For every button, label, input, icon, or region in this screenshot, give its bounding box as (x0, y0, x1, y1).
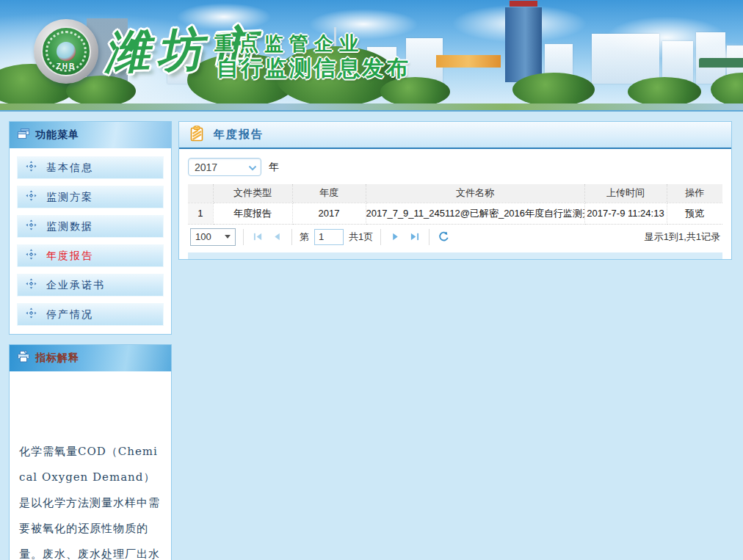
divider (243, 229, 244, 245)
table-header-row: 文件类型 年度 文件名称 上传时间 操作 (188, 184, 722, 203)
sidebar-item-production-halt[interactable]: 停产情况 (17, 303, 164, 326)
sidebar-item-label: 监测方案 (46, 191, 93, 204)
sidebar-item-label: 企业承诺书 (46, 279, 105, 292)
cell-rownum: 1 (188, 203, 213, 224)
function-menu-header: 功能菜单 (10, 122, 171, 148)
clipboard-icon (189, 126, 204, 145)
annual-report-header: 年度报告 (179, 122, 731, 149)
divider (429, 229, 430, 245)
banner-subtitle-2: 自行监测信息发布 (217, 54, 410, 84)
page-size-select[interactable]: 100 (190, 228, 236, 246)
page-prefix-label: 第 (300, 230, 309, 244)
compass-arrows-icon (26, 249, 37, 263)
report-table: 文件类型 年度 文件名称 上传时间 操作 1 年度报告 2017 2017_7_… (188, 184, 722, 225)
first-page-button[interactable] (251, 230, 265, 244)
cell-action: 预览 (667, 203, 722, 224)
sidebar-item-label: 基本信息 (46, 161, 93, 175)
logo-zhb-text: ZHB (43, 62, 90, 70)
cell-file-type: 年度报告 (213, 203, 292, 224)
indicator-header: 指标解释 (10, 345, 171, 371)
prev-page-button[interactable] (270, 230, 284, 244)
compass-arrows-icon (26, 219, 37, 233)
next-page-button[interactable] (388, 230, 402, 244)
total-pages-label: 共1页 (349, 230, 373, 244)
cell-file-name: 2017_7_9_11_245112@已解密_2016年度自行监测开展情况年 (366, 203, 584, 224)
col-header-year: 年度 (292, 184, 366, 203)
sidebar-item-label: 停产情况 (46, 308, 93, 321)
function-menu-title: 功能菜单 (35, 128, 79, 142)
caret-down-icon (225, 235, 231, 239)
epb-logo: ZHB (34, 19, 98, 84)
page-content: 功能菜单 基本信息 监测方案 监测数据 年度报告 (0, 112, 743, 560)
cell-year: 2017 (292, 203, 366, 224)
sidebar-item-label: 监测数据 (46, 220, 93, 233)
col-header-file-name: 文件名称 (366, 184, 584, 203)
year-select[interactable]: 2017 (188, 158, 261, 176)
chevron-down-icon (248, 161, 257, 173)
col-header-file-type: 文件类型 (213, 184, 292, 203)
records-summary: 显示1到1,共1记录 (645, 230, 720, 244)
windows-icon (18, 128, 29, 142)
sidebar-item-label: 年度报告 (46, 250, 93, 263)
table-row: 1 年度报告 2017 2017_7_9_11_245112@已解密_2016年… (188, 203, 722, 224)
col-header-upload-time: 上传时间 (584, 184, 667, 203)
sidebar-item-monitoring-data[interactable]: 监测数据 (17, 215, 164, 238)
refresh-button[interactable] (437, 230, 451, 244)
compass-arrows-icon (26, 308, 37, 321)
divider (380, 229, 381, 245)
compass-arrows-icon (26, 190, 37, 204)
annual-report-panel: 年度报告 2017 年 文件类型 (178, 121, 732, 260)
page-size-value: 100 (195, 231, 211, 242)
annual-report-body: 2017 年 文件类型 年度 文件名称 上传时 (179, 149, 731, 259)
header-banner: ZHB 潍坊市 重点监管企业 自行监测信息发布 (0, 0, 743, 112)
compass-arrows-icon (26, 278, 37, 292)
indicator-panel: 指标解释 化学需氧量COD（Chemical Oxygen Demand）是以化… (9, 344, 172, 560)
year-filter-row: 2017 年 (188, 158, 722, 176)
sidebar-item-basic-info[interactable]: 基本信息 (17, 156, 164, 179)
sidebar-item-monitoring-plan[interactable]: 监测方案 (17, 186, 164, 208)
indicator-title: 指标解释 (35, 352, 79, 365)
divider (291, 229, 292, 245)
function-menu-panel: 功能菜单 基本信息 监测方案 监测数据 年度报告 (9, 121, 172, 335)
col-header-action: 操作 (667, 184, 722, 203)
page-title: 年度报告 (214, 128, 264, 142)
sidebar-item-annual-report[interactable]: 年度报告 (17, 244, 164, 267)
globe-icon (57, 42, 76, 61)
panel-footer-strip (188, 252, 722, 259)
preview-link[interactable]: 预览 (685, 208, 704, 219)
cell-upload-time: 2017-7-9 11:24:13 (584, 203, 667, 224)
pagination-bar: 100 第 共1页 (188, 225, 722, 250)
menu-list: 基本信息 监测方案 监测数据 年度报告 企业承诺书 (10, 148, 171, 334)
indicator-body: 化学需氧量COD（Chemical Oxygen Demand）是以化学方法测量… (10, 371, 171, 560)
printer-icon (18, 351, 29, 366)
compass-arrows-icon (26, 161, 37, 175)
col-header-rownum (188, 184, 213, 203)
year-unit-label: 年 (269, 161, 279, 174)
last-page-button[interactable] (407, 230, 421, 244)
indicator-text: 化学需氧量COD（Chemical Oxygen Demand）是以化学方法测量… (19, 439, 162, 560)
banner-subtitle-1: 重点监管企业 (214, 31, 364, 57)
sidebar: 功能菜单 基本信息 监测方案 监测数据 年度报告 (9, 121, 172, 560)
year-select-value: 2017 (195, 161, 217, 173)
page-number-input[interactable] (314, 229, 344, 245)
sidebar-item-commitment-letter[interactable]: 企业承诺书 (17, 274, 164, 297)
